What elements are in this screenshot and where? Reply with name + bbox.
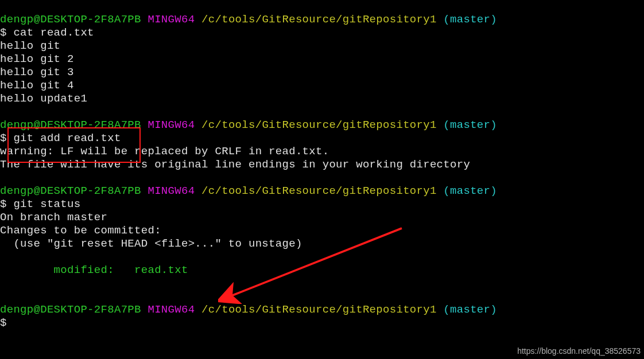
prompt-env: MINGW64 (148, 185, 195, 197)
watermark: https://blog.csdn.net/qq_38526573 (517, 345, 641, 358)
prompt-path: /c/tools/GitResource/gitRepository1 (201, 119, 437, 131)
output-line: Changes to be committed: (0, 224, 161, 237)
prompt-env: MINGW64 (148, 303, 195, 316)
terminal-output[interactable]: dengp@DESKTOP-2F8A7PB MINGW64 /c/tools/G… (0, 0, 644, 330)
prompt-path: /c/tools/GitResource/gitRepository1 (201, 13, 437, 26)
prompt-path: /c/tools/GitResource/gitRepository1 (201, 185, 437, 197)
command-line: $ (0, 317, 13, 329)
output-line: On branch master (0, 211, 107, 224)
prompt-user: dengp@DESKTOP-2F8A7PB (0, 119, 141, 131)
prompt-branch: (master) (443, 13, 497, 26)
output-line: hello git 4 (0, 79, 74, 92)
prompt-user: dengp@DESKTOP-2F8A7PB (0, 13, 141, 26)
output-line: The file will have its original line end… (0, 158, 470, 171)
command-line: $ git status (0, 198, 80, 210)
staged-file-line: modified: read.txt (0, 264, 188, 276)
prompt-path: /c/tools/GitResource/gitRepository1 (201, 303, 437, 316)
output-line: hello update1 (0, 92, 87, 105)
prompt-env: MINGW64 (148, 119, 195, 131)
prompt-user: dengp@DESKTOP-2F8A7PB (0, 303, 141, 316)
output-line: warning: LF will be replaced by CRLF in … (0, 145, 329, 158)
output-line: hello git (0, 40, 60, 52)
prompt-env: MINGW64 (148, 13, 195, 26)
prompt-branch: (master) (443, 303, 497, 316)
output-line: hello git 2 (0, 53, 74, 65)
output-line: hello git 3 (0, 66, 74, 79)
prompt-branch: (master) (443, 185, 497, 197)
prompt-user: dengp@DESKTOP-2F8A7PB (0, 185, 141, 197)
command-line: $ cat read.txt (0, 26, 94, 39)
prompt-branch: (master) (443, 119, 497, 131)
command-line: $ git add read.txt (0, 132, 121, 145)
output-line: (use "git reset HEAD <file>..." to unsta… (0, 237, 302, 250)
